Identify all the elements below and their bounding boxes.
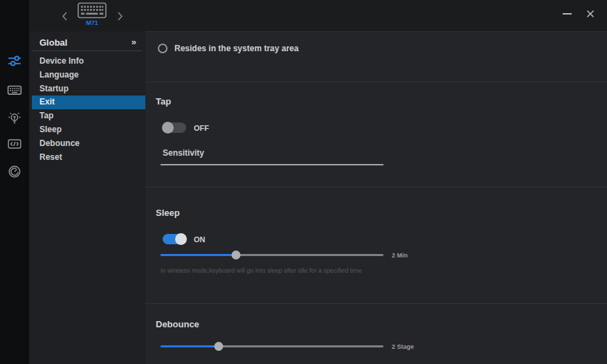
chevron-left-icon	[62, 11, 68, 21]
sidebar-collapse-button[interactable]: »	[132, 37, 136, 47]
keyboard-device-icon	[78, 2, 107, 19]
window-controls	[561, 0, 596, 28]
sidebar-item-startup[interactable]: Startup	[29, 82, 145, 96]
sensitivity-label: Sensitivity	[163, 148, 204, 158]
nav-macro[interactable]	[0, 134, 29, 154]
device-switcher: M71	[60, 2, 125, 26]
nav-performance[interactable]	[0, 161, 29, 182]
macro-code-icon	[7, 136, 22, 152]
debounce-stage-slider[interactable]	[161, 342, 383, 351]
next-device-button[interactable]	[115, 8, 125, 26]
minimize-button[interactable]	[561, 8, 572, 19]
app-window: M71	[0, 0, 607, 364]
tap-toggle-state-label: OFF	[194, 124, 209, 132]
sleep-toggle[interactable]: ON	[163, 234, 206, 244]
sidebar-item-exit[interactable]: Exit	[32, 95, 145, 109]
toggle-knob	[162, 122, 174, 134]
tray-radio-option[interactable]: Resides in the system tray area	[158, 44, 298, 53]
sleep-value-label: 2 Min	[392, 252, 408, 259]
toggle-on-switch[interactable]	[163, 234, 186, 244]
sidebar-item-device-info[interactable]: Device Info	[29, 55, 145, 69]
slider-thumb[interactable]	[232, 251, 241, 260]
toggle-off-switch[interactable]	[163, 122, 186, 133]
sidebar-item-tap[interactable]: Tap	[29, 109, 145, 123]
sidebar-menu: Device Info Language Startup Exit Tap Sl…	[29, 55, 145, 164]
gauge-dial-icon	[7, 164, 22, 179]
slider-fill	[161, 254, 236, 256]
sidebar-item-reset[interactable]: Reset	[29, 151, 145, 165]
current-device[interactable]: M71	[78, 2, 107, 26]
sensitivity-slider-disabled[interactable]	[161, 164, 383, 165]
tray-radio-label: Resides in the system tray area	[174, 44, 298, 53]
tap-section-title: Tap	[156, 96, 171, 107]
nav-tune-settings[interactable]	[0, 51, 29, 71]
icon-rail	[0, 0, 29, 364]
sleep-slider-row: 2 Min	[161, 251, 408, 260]
sleep-toggle-state-label: ON	[194, 235, 206, 244]
sidebar-item-sleep[interactable]: Sleep	[29, 123, 145, 137]
sidebar-divider	[32, 51, 143, 51]
debounce-slider-row: 2 Stage	[161, 342, 414, 351]
slider-thumb[interactable]	[214, 342, 223, 351]
sleep-section-title: Sleep	[156, 208, 180, 218]
nav-key-settings[interactable]	[0, 80, 29, 100]
device-name-label: M71	[86, 19, 98, 26]
sleep-note-text: In wireless mode,keyboard will go into s…	[161, 267, 362, 274]
keyboard-icon	[7, 82, 22, 98]
nav-lighting[interactable]	[0, 107, 29, 128]
section-tap: Tap OFF Sensitivity	[145, 82, 607, 188]
minimize-icon	[563, 13, 572, 15]
section-debounce: Debounce 2 Stage	[145, 304, 607, 364]
sidebar-item-debounce[interactable]: Debounce	[29, 137, 145, 151]
sleep-time-slider[interactable]	[161, 251, 383, 260]
main-panel: Resides in the system tray area Tap OFF …	[145, 31, 607, 364]
tap-toggle[interactable]: OFF	[163, 122, 209, 133]
titlebar: M71	[0, 0, 607, 31]
sidebar-header: Global »	[29, 36, 145, 50]
prev-device-button[interactable]	[60, 8, 69, 26]
section-sleep: Sleep ON 2 Min In wireless mode,keyboard…	[145, 188, 607, 304]
radio-unchecked-icon[interactable]	[158, 44, 167, 53]
slider-fill	[161, 345, 219, 347]
tune-sliders-icon	[7, 53, 22, 69]
debounce-section-title: Debounce	[156, 319, 199, 329]
close-button[interactable]	[585, 8, 596, 19]
close-icon	[586, 10, 595, 18]
sidebar-item-language[interactable]: Language	[29, 69, 145, 82]
chevron-right-icon	[117, 11, 123, 21]
section-system-tray: Resides in the system tray area	[145, 32, 607, 82]
sidebar-title: Global	[39, 37, 67, 48]
toggle-knob	[175, 233, 187, 245]
lightbulb-icon	[7, 110, 22, 125]
settings-sidebar: Global » Device Info Language Startup Ex…	[29, 31, 145, 364]
debounce-value-label: 2 Stage	[392, 343, 414, 350]
